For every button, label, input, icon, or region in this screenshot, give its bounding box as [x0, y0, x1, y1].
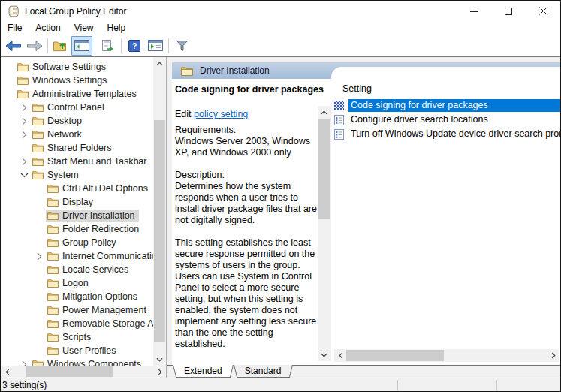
list-horizontal-scrollbar[interactable] [334, 349, 559, 362]
tree-item-power-management[interactable]: Power Management [1, 303, 153, 317]
tree-item-logon[interactable]: Logon [1, 276, 153, 290]
scroll-right-icon[interactable] [153, 366, 166, 378]
tree-item-label-group[interactable]: Driver Installation [46, 210, 139, 222]
forward-button[interactable] [24, 36, 45, 56]
folder-icon [47, 333, 59, 342]
tree-item-label-group[interactable]: Network [31, 128, 86, 140]
tree-item-label-group[interactable]: User Profiles [46, 345, 120, 357]
folder-icon [47, 211, 59, 220]
expander-spacer [3, 76, 16, 85]
tree-item-label-group[interactable]: Administrative Templates [16, 88, 140, 100]
tree-item-desktop[interactable]: Desktop [1, 114, 153, 128]
tree-item-system[interactable]: System [1, 168, 153, 182]
tree: Software SettingsWindows SettingsAdminis… [1, 57, 153, 366]
expander-icon[interactable] [18, 130, 31, 139]
tree-item-mitigation-options[interactable]: Mitigation Options [1, 290, 153, 303]
tree-item-label-group[interactable]: Internet Communication Management [46, 250, 153, 262]
tree-item-label-group[interactable]: Power Management [46, 304, 150, 316]
setting-row[interactable]: Code signing for driver packages [331, 98, 561, 113]
back-button[interactable] [3, 36, 24, 56]
tree-item-label-group[interactable]: Locale Services [46, 264, 132, 276]
tree-item-label-group[interactable]: Scripts [46, 331, 95, 343]
menu-view[interactable]: View [68, 22, 101, 34]
tree-item-label-group[interactable]: Shared Folders [31, 142, 115, 154]
tree-item-label-group[interactable]: Software Settings [16, 61, 110, 73]
tree-item-label-group[interactable]: Logon [46, 277, 92, 289]
tree-item-ctrl-alt-del-options[interactable]: Ctrl+Alt+Del Options [1, 182, 153, 195]
tree-item-start-menu-and-taskbar[interactable]: Start Menu and Taskbar [1, 155, 153, 168]
menu-action[interactable]: Action [29, 22, 67, 34]
folder-icon [47, 319, 59, 328]
scrollbar-thumb[interactable] [346, 350, 444, 361]
tab-standard[interactable]: Standard [234, 365, 293, 378]
tree-item-label-group[interactable]: Start Menu and Taskbar [31, 155, 150, 167]
scroll-left-icon[interactable] [334, 349, 347, 362]
description-paragraph-2: This setting establishes the least secur… [175, 237, 318, 350]
tree-item-label-group[interactable]: System [31, 169, 83, 181]
tree-item-removable-storage-access[interactable]: Removable Storage Access [1, 317, 153, 330]
expander-icon[interactable] [18, 360, 31, 366]
help-button[interactable]: ? [124, 36, 145, 56]
tree-item-label-group[interactable]: Mitigation Options [46, 291, 141, 303]
tree-item-label-group[interactable]: Control Panel [31, 101, 108, 113]
tree-item-software-settings[interactable]: Software Settings [1, 60, 153, 74]
setting-column-header[interactable]: Setting [342, 83, 372, 94]
scrollbar-thumb[interactable] [318, 119, 330, 219]
scroll-down-icon[interactable] [318, 348, 330, 361]
edit-policy-setting-link[interactable]: policy setting [194, 109, 248, 119]
export-list-button[interactable] [98, 36, 119, 56]
scrollbar-thumb[interactable] [154, 120, 165, 342]
scrollbar-thumb[interactable] [26, 366, 113, 377]
tree-item-locale-services[interactable]: Locale Services [1, 263, 153, 276]
tree-item-windows-components[interactable]: Windows Components [1, 357, 153, 366]
close-button[interactable] [526, 1, 560, 21]
scroll-up-icon[interactable] [153, 57, 166, 70]
tree-item-label-group[interactable]: Windows Components [31, 358, 145, 366]
setting-row[interactable]: Configure driver search locations [331, 113, 561, 127]
title-bar[interactable]: Local Group Policy Editor [1, 1, 560, 21]
tree-item-control-panel[interactable]: Control Panel [1, 101, 153, 114]
expander-icon[interactable] [18, 103, 31, 112]
tree-item-label-group[interactable]: Removable Storage Access [46, 318, 153, 330]
menu-help[interactable]: Help [101, 22, 133, 34]
expander-icon[interactable] [18, 157, 31, 166]
scroll-down-icon[interactable] [153, 353, 166, 366]
expander-icon[interactable] [18, 116, 31, 125]
scroll-left-icon[interactable] [1, 366, 14, 378]
help-vertical-scrollbar[interactable] [318, 106, 331, 361]
expander-icon[interactable] [18, 170, 31, 179]
tree-item-label-group[interactable]: Windows Settings [16, 74, 110, 86]
tree-item-shared-folders[interactable]: Shared Folders [1, 141, 153, 155]
maximize-button[interactable] [491, 1, 526, 21]
tree-item-administrative-templates[interactable]: Administrative Templates [1, 87, 153, 101]
tree-vertical-scrollbar[interactable] [153, 57, 166, 366]
setting-row[interactable]: Turn off Windows Update device driver se… [331, 127, 561, 141]
tree-item-label-group[interactable]: Desktop [31, 115, 86, 127]
minimize-button[interactable] [457, 1, 491, 21]
scroll-right-icon[interactable] [547, 349, 559, 362]
tree-item-label-group[interactable]: Group Policy [46, 237, 120, 249]
tree-item-scripts[interactable]: Scripts [1, 330, 153, 344]
show-window-button[interactable] [145, 36, 166, 56]
show-console-tree-button[interactable] [71, 36, 92, 56]
expander-icon[interactable] [33, 252, 46, 261]
tree-item-network[interactable]: Network [1, 128, 153, 141]
tree-item-label-group[interactable]: Display [46, 196, 97, 208]
tab-extended[interactable]: Extended [173, 365, 234, 378]
tree-item-group-policy[interactable]: Group Policy [1, 236, 153, 249]
tree-item-internet-communication-management[interactable]: Internet Communication Management [1, 249, 153, 263]
tree-item-folder-redirection[interactable]: Folder Redirection [1, 222, 153, 236]
menu-file[interactable]: File [1, 22, 29, 34]
folder-icon [32, 170, 44, 179]
filter-button[interactable] [171, 36, 192, 56]
up-one-level-button[interactable] [50, 36, 71, 56]
tree-item-user-profiles[interactable]: User Profiles [1, 344, 153, 357]
tree-item-windows-settings[interactable]: Windows Settings [1, 74, 153, 87]
tree-item-label-group[interactable]: Ctrl+Alt+Del Options [46, 182, 152, 194]
tree-item-driver-installation[interactable]: Driver Installation [1, 209, 153, 222]
tree-horizontal-scrollbar[interactable] [1, 366, 166, 378]
tree-item-label-group[interactable]: Folder Redirection [46, 223, 143, 235]
tree-item-display[interactable]: Display [1, 195, 153, 209]
banner-title: Driver Installation [200, 65, 270, 76]
scroll-up-icon[interactable] [318, 106, 330, 119]
